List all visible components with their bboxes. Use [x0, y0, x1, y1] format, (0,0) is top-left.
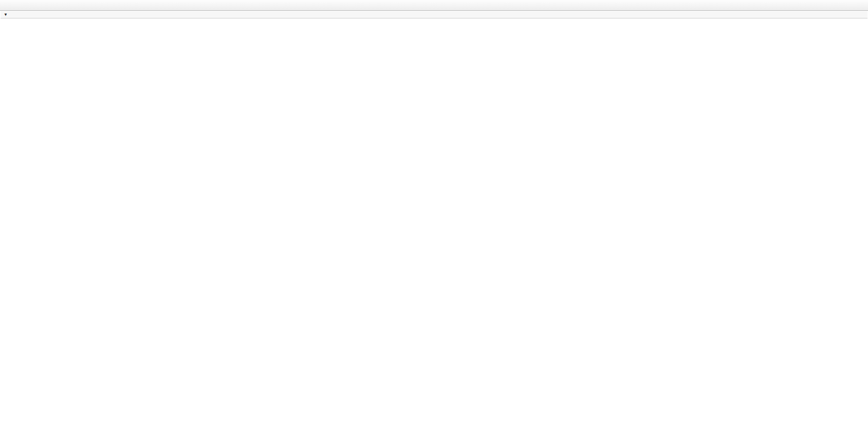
main-toolbar [0, 0, 868, 11]
chart-canvas[interactable] [0, 11, 868, 441]
